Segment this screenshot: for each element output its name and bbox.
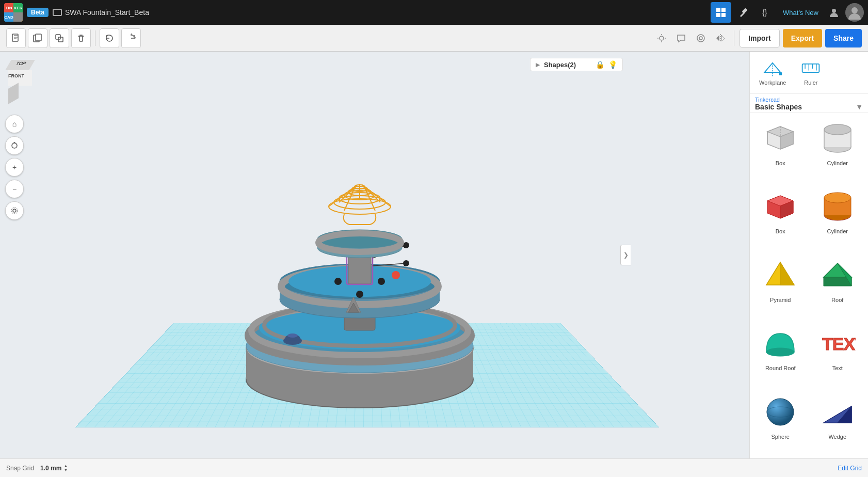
svg-point-25 [13,209,16,212]
snap-grid-control[interactable]: 1.0 mm ▲ ▼ [40,464,68,472]
svg-point-47 [356,291,363,298]
svg-point-95 [824,124,851,135]
shape-item-box-solid[interactable]: Box [752,183,809,251]
rotate-btn[interactable] [5,136,24,155]
cube-side-face[interactable] [8,83,19,104]
svg-point-26 [11,208,18,214]
svg-text:TEXT: TEXT [822,334,856,354]
snap-grid-label: Snap Grid [6,465,34,472]
svg-rect-11 [36,34,41,41]
svg-rect-0 [716,8,720,12]
export-btn[interactable]: Export [783,29,822,47]
avatar[interactable] [845,3,864,22]
fountain-svg [210,111,509,431]
redo-btn[interactable] [121,28,141,48]
panel-collapse-btn[interactable]: ❯ [620,245,631,265]
svg-point-53 [403,260,409,266]
shape-item-text[interactable]: TEXT Text [809,320,866,388]
grid-view-btn[interactable] [711,2,731,23]
cylinder-solid-thumb [819,188,856,225]
svg-marker-107 [780,262,794,285]
ruler-btn[interactable]: Ruler [795,56,826,89]
toolbar: Import Export Share [0,25,868,52]
doc-title-area[interactable]: SWA Fountain_Start_Beta [53,8,149,17]
workplane-icon [762,59,783,77]
doc-icon [53,9,62,16]
svg-marker-22 [716,35,719,41]
zoom-out-btn[interactable]: − [5,180,24,198]
cube-top-face[interactable]: TOP [5,60,35,70]
shape-item-wedge[interactable]: Wedge [809,388,866,456]
svg-point-20 [697,35,704,42]
snap-value: 1.0 mm [40,465,61,472]
left-controls: ⌂ + − [2,108,27,226]
pyramid-thumb [762,257,799,294]
hammer-btn[interactable] [733,2,754,23]
duplicate-btn[interactable] [50,28,69,48]
svg-point-111 [766,348,794,356]
svg-point-14 [660,36,664,40]
delete-btn[interactable] [71,28,91,48]
settings-btn[interactable] [693,30,709,46]
text-thumb: TEXT [819,325,856,362]
category-dropdown-btn[interactable]: ▼ [856,103,863,111]
svg-point-19 [699,37,702,40]
reset-view-btn[interactable] [5,201,24,220]
svg-rect-1 [721,8,726,12]
main-area: TOP FRONT ⌂ + − [0,52,868,458]
workplane-btn[interactable]: Workplane [754,56,791,89]
box-solid-thumb [762,188,799,225]
svg-point-44 [334,278,342,285]
sep2 [734,30,734,46]
copy-btn[interactable] [28,28,47,48]
shape-item-roof[interactable]: Roof [809,251,866,320]
topbar: TINKERCAD Beta SWA Fountain_Start_Beta {… [0,0,868,25]
shape-item-cylinder-solid[interactable]: Cylinder [809,183,866,251]
home-view-btn[interactable]: ⌂ [5,115,24,133]
separator [95,30,95,46]
panel-tools: Workplane Ruler [750,52,868,93]
import-btn[interactable]: Import [740,29,780,47]
svg-point-103 [824,193,851,203]
shape-item-cylinder-wire[interactable]: Cylinder [809,115,866,183]
shape-item-pyramid[interactable]: Pyramid [752,251,809,320]
top-right-nav: {} What's New [711,2,864,23]
shapes-grid: Box Cylinder [750,113,868,458]
shape-item-sphere[interactable]: Sphere [752,388,809,456]
cube-front-face[interactable]: FRONT [8,70,32,86]
beta-badge: Beta [27,8,49,17]
round-roof-thumb [762,325,799,362]
shapes-count-label: Shapes(2) [544,61,591,69]
svg-rect-2 [716,13,720,17]
svg-line-72 [364,186,375,211]
user-btn[interactable] [825,3,843,22]
zoom-in-btn[interactable]: + [5,158,24,177]
light-shapes-btn[interactable]: 💡 [608,60,617,69]
edit-grid-btn[interactable]: Edit Grid [838,465,862,472]
new-btn[interactable] [6,28,26,48]
whats-new-btn[interactable]: What's New [779,7,823,19]
tinkercad-logo[interactable]: TINKERCAD [4,3,23,22]
viewport[interactable]: TOP FRONT ⌂ + − [0,52,749,458]
share-btn[interactable]: Share [825,29,862,47]
svg-point-45 [378,278,385,285]
snap-arrows[interactable]: ▲ ▼ [63,464,68,472]
svg-point-54 [392,271,400,279]
shape-item-round-roof[interactable]: Round Roof [752,320,809,388]
code-btn[interactable]: {} [756,2,777,23]
svg-point-24 [12,143,17,148]
light-btn[interactable] [653,30,670,46]
fountain-scene [210,111,509,431]
lock-shapes-btn[interactable]: 🔒 [596,60,604,69]
ruler-icon [800,59,821,77]
svg-line-73 [344,186,356,211]
mirror-btn[interactable] [712,30,729,46]
sphere-thumb [762,393,799,431]
svg-text:{}: {} [762,8,767,17]
wedge-thumb [819,393,856,431]
view-cube[interactable]: TOP FRONT [8,60,50,101]
comment-btn[interactable] [673,30,689,46]
category-header: Tinkercad Basic Shapes ▼ [750,93,868,113]
undo-btn[interactable] [100,28,119,48]
shape-item-box-wire[interactable]: Box [752,115,809,183]
